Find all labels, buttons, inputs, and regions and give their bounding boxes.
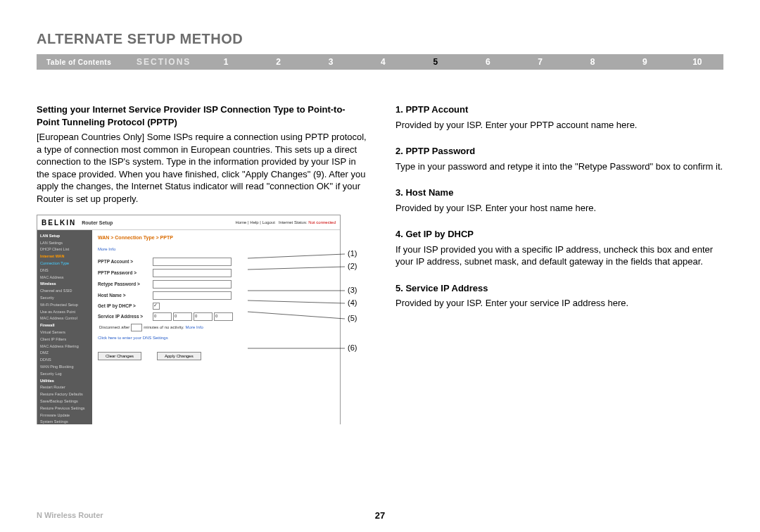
sidebar-item[interactable]: Restart Router (37, 384, 92, 391)
sidebar-item[interactable]: Restore Factory Defaults (37, 391, 92, 398)
item-paragraph: Provided by your ISP. Enter your host na… (395, 202, 723, 215)
left-heading: Setting your Internet Service Provider I… (37, 103, 367, 128)
form-row: PPTP Password > (98, 269, 334, 277)
disconnect-more-info[interactable]: More Info (186, 324, 203, 330)
sidebar-item[interactable]: Client IP Filters (37, 336, 92, 343)
section-10[interactable]: 10 (671, 57, 723, 67)
section-3[interactable]: 3 (305, 57, 357, 67)
section-7[interactable]: 7 (514, 57, 566, 67)
left-paragraph: [European Countries Only] Some ISPs requ… (37, 131, 367, 205)
text-input[interactable] (153, 291, 232, 300)
item-paragraph: If your ISP provided you with a specific… (395, 243, 723, 268)
item-paragraph: Provided by your ISP. Enter your PPTP ac… (395, 119, 723, 132)
sidebar-item[interactable]: Security (37, 295, 92, 302)
sidebar-item[interactable]: WAN Ping Blocking (37, 364, 92, 371)
sidebar-item[interactable]: Wi-Fi Protected Setup (37, 301, 92, 308)
toc-label[interactable]: Table of Contents (37, 58, 137, 66)
sidebar-item[interactable]: Save/Backup Settings (37, 398, 92, 405)
form-label: PPTP Password > (98, 270, 153, 277)
item-paragraph: Type in your password and retype it into… (395, 160, 723, 173)
text-input[interactable] (153, 269, 232, 277)
sidebar-item[interactable]: Virtual Servers (37, 329, 92, 336)
checkbox-input[interactable] (153, 303, 160, 310)
sections-label: SECTIONS (137, 57, 200, 67)
ip-octet-input[interactable]: 0 (214, 312, 233, 321)
disconnect-row: Disconnect after minutes of no activity.… (98, 324, 334, 331)
section-6[interactable]: 6 (462, 57, 514, 67)
router-subtitle: Router Setup (82, 220, 113, 226)
text-input[interactable] (153, 258, 232, 266)
form-label: Retype Password > (98, 281, 153, 288)
ip-octet-input[interactable]: 0 (153, 312, 172, 321)
form-label: PPTP Account > (98, 259, 153, 265)
callout-4: (4) (348, 298, 357, 308)
sidebar-item[interactable]: Firmware Update (37, 412, 92, 419)
status-label: Internet Status: (279, 220, 308, 224)
sidebar-item[interactable]: Firewall (37, 322, 92, 329)
sidebar-item[interactable]: Wireless (37, 281, 92, 288)
form-row: Service IP Address >0000 (98, 312, 334, 321)
sidebar-item[interactable]: Internet WAN (37, 253, 92, 260)
status-value: Not connected (308, 220, 336, 224)
sidebar-item[interactable]: MAC Address (37, 274, 92, 281)
sidebar-item[interactable]: Restore Previous Settings (37, 405, 92, 412)
sidebar-item[interactable]: DMZ (37, 350, 92, 357)
form-row: Get IP by DHCP > (98, 303, 334, 310)
belkin-logo: BELKIN (42, 218, 76, 228)
item-heading: 5. Service IP Address (395, 282, 723, 295)
router-links[interactable]: Home | Help | Logout (235, 220, 274, 224)
router-top-links: Home | Help | Logout Internet Status: No… (235, 220, 336, 225)
sidebar-item[interactable]: DNS (37, 267, 92, 274)
callout-5: (5) (348, 313, 357, 324)
sidebar-item[interactable]: Channel and SSID (37, 288, 92, 295)
section-9[interactable]: 9 (619, 57, 671, 67)
disconnect-minutes-input[interactable] (131, 324, 142, 331)
router-main: WAN > Connection Type > PPTP More Info P… (92, 230, 340, 424)
item-heading: 2. PPTP Password (395, 145, 723, 158)
item-heading: 4. Get IP by DHCP (395, 228, 723, 241)
router-breadcrumb: WAN > Connection Type > PPTP (98, 234, 334, 241)
item-heading: 1. PPTP Account (395, 103, 723, 116)
section-8[interactable]: 8 (566, 57, 619, 67)
sidebar-item[interactable]: Security Log (37, 370, 92, 377)
sidebar-item[interactable]: Connection Type (37, 260, 92, 267)
router-screenshot: BELKIN Router Setup Home | Help | Logout… (37, 215, 341, 424)
form-row: Retype Password > (98, 280, 334, 289)
form-label: Service IP Address > (98, 314, 153, 320)
footer-product: N Wireless Router (37, 511, 103, 519)
section-5[interactable]: 5 (410, 57, 462, 67)
ip-octet-input[interactable]: 0 (194, 312, 213, 321)
sidebar-item[interactable]: Use as Access Point (37, 308, 92, 315)
router-sidebar: LAN SetupLAN SettingsDHCP Client ListInt… (37, 230, 92, 424)
form-row: PPTP Account > (98, 258, 334, 266)
item-paragraph: Provided by your ISP. Enter your service… (395, 297, 723, 310)
ip-input-group: 0000 (153, 312, 233, 321)
callout-1: (1) (348, 248, 357, 259)
callout-6: (6) (348, 343, 357, 353)
ip-octet-input[interactable]: 0 (173, 312, 192, 321)
disconnect-suffix: minutes of no activity. (144, 324, 184, 330)
section-nav: Table of Contents SECTIONS 1 2 3 4 5 6 7… (37, 54, 723, 70)
page-title: ALTERNATE SETUP METHOD (37, 31, 723, 47)
sidebar-item[interactable]: MAC Address Filtering (37, 343, 92, 350)
sidebar-item[interactable]: DHCP Client List (37, 246, 92, 253)
sidebar-item[interactable]: MAC Address Control (37, 315, 92, 322)
sidebar-item[interactable]: DDNS (37, 357, 92, 364)
section-2[interactable]: 2 (252, 57, 304, 67)
item-heading: 3. Host Name (395, 186, 723, 199)
more-info-link[interactable]: More Info (98, 246, 115, 252)
sidebar-item[interactable]: Utilities (37, 377, 92, 384)
page-number: 27 (375, 510, 385, 521)
sidebar-item[interactable]: System Settings (37, 419, 92, 426)
sidebar-item[interactable]: LAN Setup (37, 232, 92, 239)
form-label: Host Name > (98, 293, 153, 299)
dns-settings-link[interactable]: Click here to enter your DNS Settings (98, 335, 168, 341)
sidebar-item[interactable]: LAN Settings (37, 239, 92, 246)
text-input[interactable] (153, 280, 232, 289)
clear-changes-button[interactable]: Clear Changes (98, 352, 141, 360)
disconnect-prefix: Disconnect after (99, 324, 129, 330)
section-4[interactable]: 4 (357, 57, 409, 67)
section-1[interactable]: 1 (200, 57, 252, 67)
apply-changes-button[interactable]: Apply Changes (157, 352, 201, 360)
form-row: Host Name > (98, 291, 334, 300)
